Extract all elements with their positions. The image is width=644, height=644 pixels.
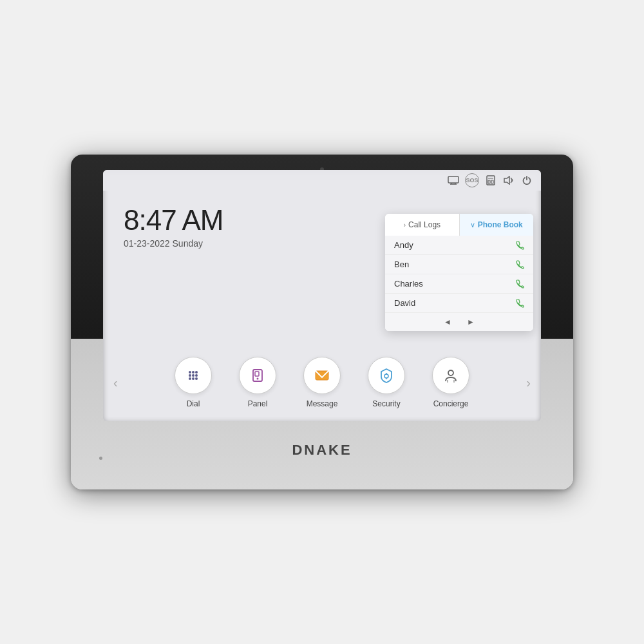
svg-rect-6 — [491, 180, 493, 184]
security-icon-circle — [368, 357, 405, 394]
dial-label: Dial — [187, 399, 200, 408]
nav-right-arrow[interactable]: › — [521, 375, 536, 390]
svg-rect-0 — [448, 176, 459, 183]
message-icon-circle — [303, 357, 341, 394]
call-logs-label: Call Logs — [408, 220, 440, 229]
brand-label: DNAKE — [292, 442, 352, 459]
app-icons-row: Dial Panel — [109, 357, 535, 408]
contact-name-ben: Ben — [394, 260, 409, 269]
phone-book-label: Phone Book — [478, 220, 523, 229]
svg-point-22 — [384, 374, 388, 378]
svg-marker-8 — [504, 176, 509, 184]
chevron-down-icon: ∨ — [470, 221, 475, 229]
call-icon-david — [515, 299, 524, 308]
svg-point-25 — [448, 370, 453, 375]
call-icon-charles — [515, 279, 524, 289]
svg-point-10 — [192, 371, 194, 374]
icons-bar: ‹ — [103, 344, 541, 421]
svg-point-15 — [189, 377, 191, 380]
svg-point-17 — [195, 377, 198, 380]
message-label: Message — [307, 399, 338, 408]
contact-item-david[interactable]: David — [385, 294, 533, 313]
brand-text: DNAKE — [292, 442, 352, 458]
elevator-icon[interactable] — [484, 174, 497, 187]
contact-item-ben[interactable]: Ben — [385, 255, 533, 274]
led-indicator — [99, 457, 102, 460]
nav-left-arrow[interactable]: ‹ — [108, 375, 123, 390]
dropdown-panel: › Call Logs ∨ Phone Book Andy Be — [385, 214, 533, 331]
svg-point-11 — [195, 371, 198, 374]
phone-book-tab[interactable]: ∨ Phone Book — [460, 214, 534, 236]
svg-rect-5 — [488, 180, 490, 184]
next-page-button[interactable]: ► — [467, 317, 475, 327]
message-app[interactable]: Message — [296, 357, 348, 408]
sos-icon[interactable]: SOS — [465, 173, 479, 187]
panel-icon-circle — [239, 357, 276, 394]
dropdown-header: › Call Logs ∨ Phone Book — [385, 214, 533, 236]
concierge-label: Concierge — [433, 399, 469, 408]
svg-point-9 — [189, 371, 191, 374]
contact-name-andy: Andy — [394, 240, 413, 250]
pagination-bar: ◄ ► — [385, 313, 533, 331]
call-logs-tab[interactable]: › Call Logs — [385, 214, 459, 236]
contact-name-david: David — [394, 298, 415, 308]
svg-point-13 — [192, 374, 194, 377]
svg-point-14 — [195, 374, 198, 377]
dial-app[interactable]: Dial — [167, 357, 219, 408]
volume-icon[interactable] — [502, 174, 515, 187]
concierge-app[interactable]: Concierge — [425, 357, 477, 408]
security-label: Security — [372, 399, 400, 408]
security-app[interactable]: Security — [361, 357, 412, 408]
chevron-right-icon: › — [403, 221, 406, 229]
svg-point-12 — [189, 374, 191, 377]
contact-item-charles[interactable]: Charles — [385, 274, 533, 294]
power-icon[interactable] — [520, 174, 533, 187]
contact-list: Andy Ben Charles David — [385, 236, 533, 331]
svg-point-20 — [257, 378, 259, 380]
call-icon-andy — [515, 241, 524, 250]
svg-point-16 — [192, 377, 194, 380]
dial-icon-circle — [175, 357, 212, 394]
monitor-icon[interactable] — [447, 174, 460, 187]
contact-item-andy[interactable]: Andy — [385, 236, 533, 255]
panel-label: Panel — [248, 399, 268, 408]
svg-rect-19 — [255, 372, 259, 376]
status-bar: SOS — [103, 170, 541, 191]
call-icon-ben — [515, 260, 524, 269]
screen-content: 8:47 AM 01-23-2022 Sunday › Call Logs ∨ … — [103, 191, 541, 421]
panel-app[interactable]: Panel — [232, 357, 283, 408]
prev-page-button[interactable]: ◄ — [444, 317, 451, 327]
screen: SOS — [103, 170, 541, 421]
device: SOS — [71, 155, 573, 489]
concierge-icon-circle — [432, 357, 469, 394]
contact-name-charles: Charles — [394, 279, 423, 289]
device-bottom: DNAKE — [86, 421, 558, 479]
